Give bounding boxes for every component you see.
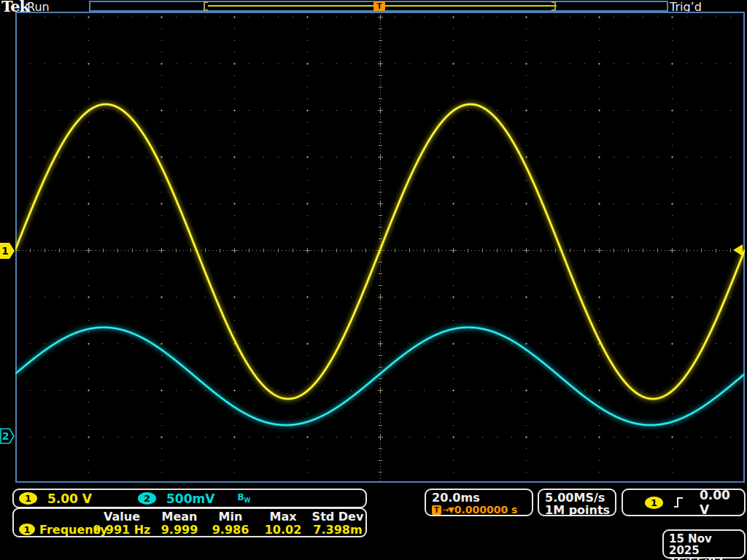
trigger-readout-box: 1 0.00 V <box>622 489 746 516</box>
channel2-marker-label: 2 <box>2 430 9 442</box>
measurement-max: 10.02 <box>256 523 310 537</box>
measurement-source: 1 Frequency <box>14 523 90 537</box>
channel-readout-box: 1 5.00 V 2 500mV BW <box>12 489 367 508</box>
date-label: 15 Nov 2025 <box>669 533 744 556</box>
time-label: 16:55:07 <box>669 556 744 560</box>
channel1-ground-marker: 1 <box>0 242 16 260</box>
record-view-bar: T <box>89 1 668 12</box>
graticule-canvas <box>15 12 745 483</box>
datetime-box: 15 Nov 2025 16:55:07 <box>662 529 746 559</box>
acquisition-readout-box: 5.00MS/s 1M points <box>538 489 616 516</box>
measurement-header-max: Max <box>256 510 310 524</box>
channel1-marker-label: 1 <box>1 245 9 257</box>
trigger-position-value: 0.000000 s <box>454 504 518 516</box>
record-trigger-position-icon: T <box>374 1 385 11</box>
sample-rate: 5.00MS/s <box>545 491 615 504</box>
measurement-stddev: 7.398m <box>310 523 365 537</box>
channel1-badge: 1 <box>19 492 37 505</box>
record-length: 1M points <box>545 504 615 516</box>
horizontal-readout-box: 20.0ms T →▼ 0.000000 s <box>425 489 533 516</box>
rising-edge-icon <box>673 497 684 508</box>
trigger-level: 0.00 V <box>700 488 744 517</box>
trigger-t-icon: T <box>432 505 441 515</box>
channel1-scale: 5.00 V <box>47 491 92 506</box>
bandwidth-limit-icon: BW <box>237 492 250 504</box>
oscilloscope-screen: Tek Run Trig’d T T 1 2 1 5.00 V 2 500mV … <box>0 0 747 560</box>
trigger-arrows-icon: →▼ <box>442 505 454 515</box>
measurement-mean: 9.999 <box>154 523 205 537</box>
channel2-scale: 500mV <box>166 491 214 506</box>
measurement-header-stddev: Std Dev <box>310 510 365 524</box>
measurement-box: Value Mean Min Max Std Dev 1 Frequency 9… <box>12 508 367 537</box>
channel2-badge: 2 <box>138 492 156 505</box>
measurement-header-min: Min <box>205 510 256 524</box>
trigger-position-readout: T →▼ 0.000000 s <box>432 504 532 516</box>
measurement-min: 9.986 <box>205 523 256 537</box>
measurement-source-badge: 1 <box>19 524 35 535</box>
record-window-left-bracket <box>204 1 208 11</box>
measurement-header-mean: Mean <box>154 510 205 524</box>
horizontal-scale: 20.0ms <box>432 491 532 504</box>
measurement-header-value: Value <box>90 510 154 524</box>
record-window-right-bracket <box>551 1 556 11</box>
measurement-value: 9.991 Hz <box>90 523 154 537</box>
channel2-ground-marker: 2 <box>0 427 16 445</box>
trigger-source-badge: 1 <box>645 497 663 509</box>
